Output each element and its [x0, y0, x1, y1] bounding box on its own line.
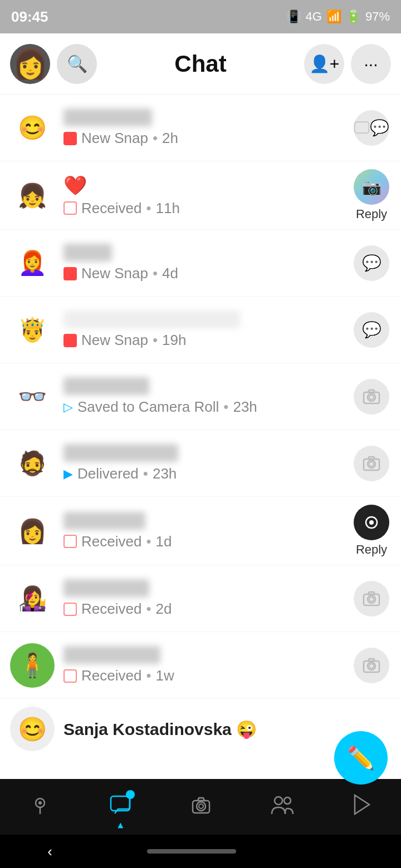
- avatar: 🧍: [10, 643, 55, 688]
- list-item[interactable]: 👩 ████ ███ Received • 1d Reply: [0, 497, 401, 565]
- chat-name: ████████████████: [63, 310, 240, 328]
- reply-button[interactable]: 📷: [354, 169, 389, 205]
- time-label: 1d: [156, 533, 172, 550]
- chat-name: ████████: [63, 108, 152, 126]
- svg-point-15: [369, 664, 374, 668]
- list-item[interactable]: 👩‍🎤 ██ █ ████ Received • 2d: [0, 565, 401, 632]
- friends-icon: [271, 794, 294, 820]
- add-friend-button[interactable]: 👤+: [304, 44, 344, 84]
- compose-button[interactable]: ✏️: [334, 731, 388, 785]
- chat-status: New Snap • 19h: [63, 332, 343, 349]
- nav-map[interactable]: [30, 794, 51, 820]
- nav-chat[interactable]: [109, 793, 131, 821]
- time-label: 23h: [233, 398, 257, 416]
- time-label: 1w: [156, 667, 174, 684]
- chat-list: 😊 ████████ New Snap • 2h 💬 👧: [0, 95, 401, 759]
- status-label: New Snap: [81, 332, 148, 349]
- avatar: 🤴: [10, 308, 55, 352]
- chat-name: ████ █ ██: [63, 377, 149, 395]
- page-title: Chat: [97, 51, 304, 77]
- camera-icon: [190, 794, 212, 820]
- status-label: Delivered: [77, 465, 139, 482]
- camera-icon: [354, 446, 389, 481]
- time-label: 11h: [156, 200, 180, 217]
- svg-point-22: [275, 797, 282, 805]
- svg-point-9: [369, 520, 374, 525]
- chat-info: ██·██ New Snap • 4d: [55, 244, 352, 282]
- active-indicator: [118, 823, 123, 828]
- time-label: 4d: [162, 265, 178, 282]
- list-item[interactable]: 👩‍🦰 ██·██ New Snap • 4d 💬: [0, 230, 401, 297]
- chat-action: [352, 581, 391, 617]
- chat-action: [352, 379, 391, 415]
- chat-name: ████ ███: [63, 512, 145, 530]
- home-bar[interactable]: [147, 849, 236, 854]
- chat-name: ██ █ ████: [63, 579, 149, 597]
- avatar: 👩‍🦰: [10, 241, 55, 285]
- avatar: 🧔: [10, 441, 55, 486]
- user-avatar[interactable]: 👩: [10, 44, 50, 84]
- time-label: 2d: [156, 600, 172, 618]
- chat-action[interactable]: Reply: [352, 505, 391, 557]
- list-item[interactable]: 🤴 ████████████████ New Snap • 19h 💬: [0, 297, 401, 363]
- avatar: 👩: [10, 509, 55, 553]
- chat-icon: [109, 793, 131, 821]
- nav-stories[interactable]: [353, 794, 371, 820]
- received-box: [63, 535, 77, 548]
- list-item[interactable]: 🧔 ████████ ██ ▶ Delivered • 23h: [0, 430, 401, 497]
- avatar: 👩‍🎤: [10, 576, 55, 621]
- camera-icon: [354, 379, 389, 415]
- map-icon: [30, 794, 51, 820]
- svg-point-17: [38, 801, 42, 805]
- reply-button[interactable]: [354, 505, 389, 540]
- list-item[interactable]: 🧍 ██ ████ ██ Received • 1w: [0, 632, 401, 699]
- received-box: [63, 669, 77, 683]
- status-label: Received: [81, 533, 141, 550]
- more-icon: ···: [364, 55, 378, 73]
- avatar: 👧: [10, 173, 55, 218]
- status-label: Received: [81, 200, 141, 217]
- nav-camera[interactable]: [190, 794, 212, 820]
- svg-rect-0: [355, 122, 369, 133]
- chat-action[interactable]: 📷 Reply: [352, 169, 391, 221]
- chat-status: Received • 11h: [63, 200, 343, 217]
- chat-name: Sanja Kostadinovska 😜: [63, 719, 382, 739]
- battery-percent: 97%: [365, 9, 390, 24]
- avatar: 👓: [10, 374, 55, 419]
- chat-name: ❤️: [63, 174, 343, 196]
- list-item[interactable]: 👧 ❤️ Received • 11h 📷 Reply: [0, 161, 401, 230]
- status-icons: 📳 4G 📶 🔋 97%: [286, 9, 390, 24]
- new-snap-badge: [63, 132, 77, 145]
- status-label: Saved to Camera Roll: [77, 398, 219, 416]
- list-item[interactable]: 😊 ████████ New Snap • 2h 💬: [0, 95, 401, 161]
- time-label: 19h: [162, 332, 186, 349]
- status-bar: 09:45 📳 4G 📶 🔋 97%: [0, 0, 401, 33]
- header-right: 👤+ ···: [304, 44, 391, 84]
- svg-point-12: [369, 597, 374, 601]
- network-icon: 4G: [306, 9, 322, 24]
- chat-info: ████████ ██ ▶ Delivered • 23h: [55, 444, 352, 482]
- chat-status: Received • 2d: [63, 600, 343, 618]
- chat-status: Received • 1d: [63, 533, 343, 550]
- avatar: 😊: [10, 707, 55, 751]
- add-friend-icon: 👤+: [309, 54, 340, 73]
- list-item[interactable]: 👓 ████ █ ██ ▷ Saved to Camera Roll • 23h: [0, 363, 401, 430]
- vibrate-icon: 📳: [286, 9, 301, 24]
- svg-point-3: [369, 395, 374, 400]
- chat-icon: 💬: [354, 110, 389, 146]
- more-options-button[interactable]: ···: [351, 44, 391, 84]
- back-button[interactable]: ‹: [47, 843, 52, 860]
- chat-action: [352, 446, 391, 481]
- time-label: 2h: [162, 130, 178, 147]
- chat-action: 💬: [352, 245, 391, 281]
- svg-point-6: [369, 462, 374, 466]
- camera-icon: [354, 648, 389, 683]
- android-nav: ‹: [0, 835, 401, 868]
- chat-header: 👩 🔍 Chat 👤+ ···: [0, 33, 401, 95]
- nav-friends[interactable]: [271, 794, 294, 820]
- search-button[interactable]: 🔍: [57, 44, 97, 84]
- status-label: Received: [81, 667, 141, 684]
- camera-icon: [354, 581, 389, 617]
- svg-marker-24: [355, 795, 369, 814]
- chat-info: ████ ███ Received • 1d: [55, 512, 352, 550]
